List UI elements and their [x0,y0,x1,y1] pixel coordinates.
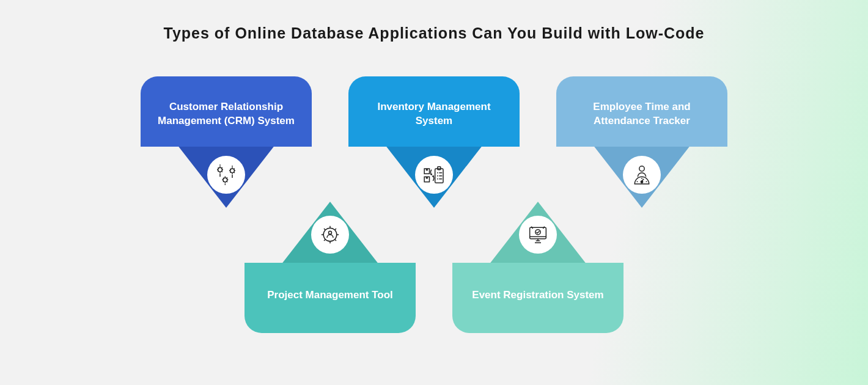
card-crm: Customer Relationship Management (CRM) S… [141,76,312,211]
svg-rect-3 [424,169,429,174]
inventory-icon [415,156,453,194]
svg-rect-6 [438,167,441,170]
card-inventory: Inventory Management System [348,76,520,211]
card-attendance: Employee Time and Attendance Tracker [556,76,727,211]
time-tracker-icon [623,156,661,194]
gears-icon [207,156,245,194]
page-title: Types of Online Database Applications Ca… [0,0,868,42]
card-label: Event Registration System [452,263,623,333]
bottom-row: Project Management Tool Event Registrati… [0,199,868,333]
registration-monitor-icon [519,216,557,254]
card-event: Event Registration System [452,199,623,333]
svg-point-7 [639,166,644,171]
card-label: Inventory Management System [348,76,520,147]
svg-point-8 [641,181,642,183]
card-label: Employee Time and Attendance Tracker [556,76,727,147]
card-project: Project Management Tool [245,199,416,333]
card-label: Customer Relationship Management (CRM) S… [141,76,312,147]
card-label: Project Management Tool [245,263,416,333]
svg-point-10 [329,231,332,234]
svg-rect-4 [424,177,429,182]
top-row: Customer Relationship Management (CRM) S… [0,76,868,211]
project-gear-icon [311,216,349,254]
